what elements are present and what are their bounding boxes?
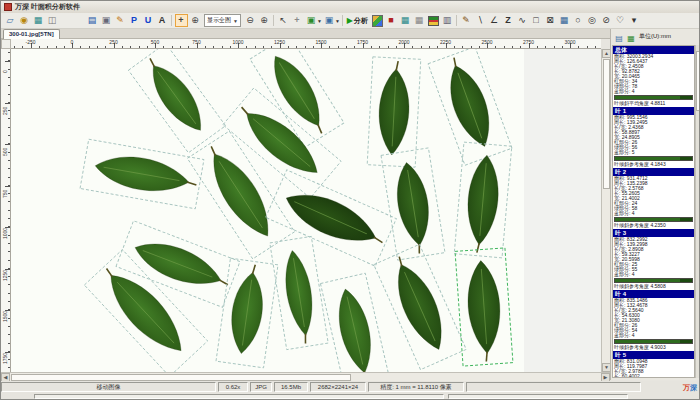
- ruler-h-label: 0: [71, 39, 74, 45]
- result-section: 叶 5面积: 831.0948周长: 119.7987长/宽: 2.9788长:…: [613, 351, 694, 378]
- grid-tool-icon[interactable]: ▦: [558, 14, 571, 27]
- save-icon[interactable]: ▤: [86, 14, 99, 27]
- panel-toolbar-icons: ▤▦: [613, 27, 637, 45]
- zoom-in-icon[interactable]: ⊕: [257, 14, 270, 27]
- move-object-icon[interactable]: +: [290, 14, 303, 27]
- result-row: 长: 60.4002: [613, 374, 694, 378]
- ruler-h-label: 2750: [523, 39, 534, 45]
- result-section: 叶 3面积: 832.2992周长: 139.2998长/宽: 2.8908长:…: [613, 229, 694, 289]
- ruler-h-label: 2500: [481, 39, 492, 45]
- zoom-tool-icon[interactable]: ⊕: [189, 14, 202, 27]
- ruler-h-label: 750: [192, 39, 200, 45]
- status-cell: 0.62x: [218, 382, 248, 392]
- edit-icon[interactable]: ✎: [114, 14, 127, 27]
- blue-marker-icon-group[interactable]: ▣▼: [322, 14, 340, 27]
- panel-grid-icon[interactable]: ▦: [626, 33, 637, 44]
- panel-scrollbar[interactable]: [695, 45, 700, 378]
- heart-tool-icon[interactable]: ♡: [614, 14, 627, 27]
- status-bar: 万深 移动图像0.62xJPG16.5Mb2682×2241×24精度: 1 m…: [1, 381, 700, 400]
- angle-tool-icon[interactable]: ∠: [488, 14, 501, 27]
- zoom-out-icon[interactable]: ⊖: [243, 14, 256, 27]
- blue-marker-icon[interactable]: ▣: [322, 14, 335, 27]
- curve-tool-icon[interactable]: ∿: [516, 14, 529, 27]
- green-marker-icon-group[interactable]: ▣▼: [304, 14, 322, 27]
- table-gray-icon[interactable]: ▦: [413, 14, 426, 27]
- pan-tool-icon[interactable]: +: [175, 14, 188, 27]
- crossed-rect-icon[interactable]: ⊠: [544, 14, 557, 27]
- status-cell: JPG: [250, 382, 272, 392]
- font-size-icon[interactable]: A: [156, 14, 169, 27]
- ruler-h-label: 1750: [357, 39, 368, 45]
- result-row: 蓝部分: 4: [613, 333, 694, 338]
- horizontal-scroll-thumb[interactable]: [11, 374, 351, 381]
- play-icon: ▶: [347, 16, 353, 25]
- status-cell: 2682×2241×24: [310, 382, 366, 392]
- scan-background: [11, 49, 524, 372]
- ruler-corner: [1, 39, 11, 49]
- ruler-h-label: 500: [151, 39, 159, 45]
- toolbar-separator: [342, 15, 343, 26]
- result-section: 总体面积: 32003.2934周长: 126.6437长/宽: 2.4508长…: [613, 46, 694, 106]
- new-page-icon[interactable]: ▱: [4, 14, 17, 27]
- image-tab[interactable]: 300-01.jpg[5TN]: [3, 29, 60, 39]
- chevron-down-icon: ▼: [233, 18, 238, 24]
- rect-tool-icon[interactable]: □: [530, 14, 543, 27]
- ruler-v-label: 1000: [2, 228, 8, 239]
- horizontal-scrollbar[interactable]: ◀ ▶: [1, 372, 610, 381]
- unit-dropdown[interactable]: 单位(U):mm: [639, 32, 671, 41]
- app-window: 万深 叶面积分析软件 ▱◉▦◫ ▤▣✎PUA+⊕显示全图▼⊖⊕↖+▣▼▣▼▶分析…: [0, 0, 700, 400]
- ruler-h-label: 2000: [398, 39, 409, 45]
- line-tool-icon[interactable]: ∖: [474, 14, 487, 27]
- ruler-h-label: 3000: [564, 39, 575, 45]
- result-row: 蓝部分: 4: [613, 211, 694, 216]
- title-bar: 万深 叶面积分析软件: [1, 1, 700, 13]
- camera-icon[interactable]: ◉: [18, 14, 31, 27]
- toolbar-overflow-icon[interactable]: ▾: [628, 14, 641, 27]
- leaf-image: [11, 49, 601, 372]
- view-mode-dropdown[interactable]: 显示全图▼: [204, 14, 241, 27]
- vertical-scrollbar[interactable]: ▲ ▼: [601, 49, 610, 372]
- window-title: 万深 叶面积分析软件: [15, 2, 80, 12]
- underline-u-icon[interactable]: U: [142, 14, 155, 27]
- print-icon[interactable]: ▣: [100, 14, 113, 27]
- panel-export-icon[interactable]: ▤: [614, 33, 625, 44]
- chevron-down-icon[interactable]: ▼: [335, 18, 340, 24]
- ruler-h-label: 250: [109, 39, 117, 45]
- green-marker-icon[interactable]: ▣: [304, 14, 317, 27]
- grid-capture-icon[interactable]: ▦: [32, 14, 45, 27]
- bold-p-icon[interactable]: P: [128, 14, 141, 27]
- brand-logo-char: 万: [683, 384, 690, 391]
- circle-tool-icon[interactable]: ○: [572, 14, 585, 27]
- analyze-button[interactable]: ▶分析: [347, 16, 368, 26]
- measurement-panel: ▤▦ 单位(U):mm 总体面积: 32003.2934周长: 126.6437…: [610, 29, 700, 380]
- ruler-v-label: 1500: [2, 311, 8, 322]
- zigzag-tool-icon[interactable]: Z: [502, 14, 515, 27]
- panel-toolbar: ▤▦ 单位(U):mm: [611, 29, 700, 43]
- red-square-icon[interactable]: ■: [385, 14, 398, 27]
- result-row: 蓝部分: 5: [613, 150, 694, 155]
- brand-logo-char: 深: [690, 384, 697, 391]
- vertical-scroll-thumb[interactable]: [603, 59, 610, 189]
- select-arrow-icon[interactable]: ↖: [276, 14, 289, 27]
- table-teal-icon[interactable]: ▦: [399, 14, 412, 27]
- ruler-v-label: 500: [2, 148, 8, 156]
- ruler-v-label: 750: [2, 189, 8, 197]
- color-cube-icon[interactable]: [371, 14, 384, 27]
- monitor-icon[interactable]: ◫: [46, 14, 59, 27]
- result-row: 蓝部分: 4: [613, 272, 694, 277]
- panel-scroll-thumb[interactable]: [696, 51, 700, 111]
- image-canvas[interactable]: [11, 49, 601, 372]
- report-icon[interactable]: ▥: [441, 14, 454, 27]
- result-section: 叶 4面积: 835.1486周长: 132.4678长/宽: 2.5640长:…: [613, 290, 694, 350]
- status-cell: 精度: 1 mm = 11.8110 像素: [368, 382, 464, 392]
- toolbar-separator: [273, 15, 274, 26]
- angle-row: 叶倾斜参考角度 4.9003: [613, 344, 694, 350]
- histogram-flag-icon[interactable]: [427, 14, 440, 27]
- target-tool-icon[interactable]: ◎: [586, 14, 599, 27]
- slash-circle-icon[interactable]: ⊘: [600, 14, 613, 27]
- main-toolbar: ▱◉▦◫ ▤▣✎PUA+⊕显示全图▼⊖⊕↖+▣▼▣▼▶分析■▦▦▥✎∖∠Z∿□⊠…: [1, 13, 700, 29]
- ruler-v-label: 0: [2, 70, 8, 73]
- pen-icon[interactable]: ✎: [460, 14, 473, 27]
- histogram-flag-icon: [428, 16, 439, 26]
- status-cell: 16.5Mb: [274, 382, 308, 392]
